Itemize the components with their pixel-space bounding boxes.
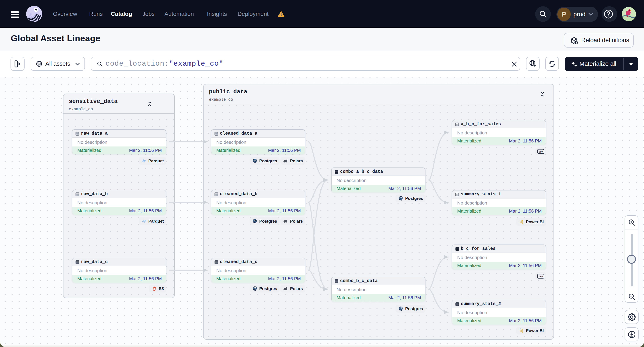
svg-text:csv: csv <box>539 150 543 153</box>
svg-text:csv: csv <box>539 275 543 278</box>
